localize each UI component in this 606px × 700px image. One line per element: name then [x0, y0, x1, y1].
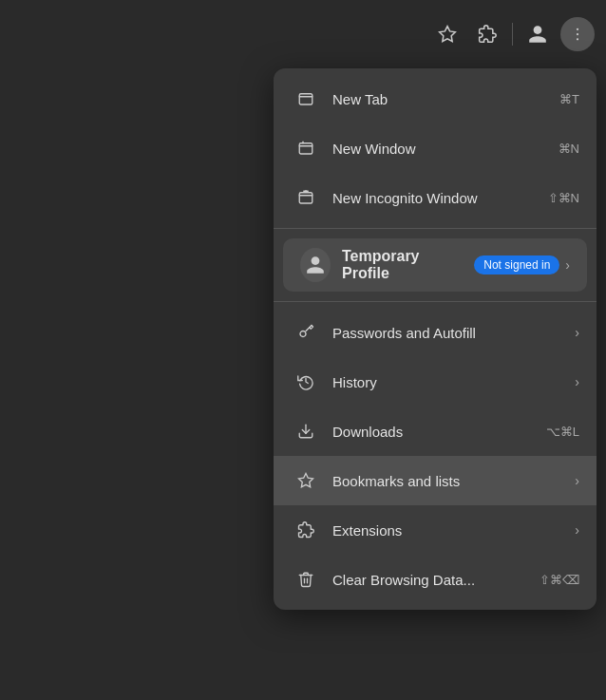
profile-avatar-icon	[300, 250, 331, 280]
window-icon	[291, 133, 321, 163]
new-incognito-shortcut: ⇧⌘N	[548, 191, 579, 205]
passwords-label: Passwords and Autofill	[332, 325, 569, 341]
new-tab-item[interactable]: New Tab ⌘T	[274, 74, 597, 123]
passwords-item[interactable]: Passwords and Autofill ›	[274, 308, 597, 357]
history-label: History	[332, 374, 569, 390]
new-tab-shortcut: ⌘T	[559, 92, 579, 106]
extensions-chevron-icon: ›	[575, 522, 579, 538]
svg-point-2	[577, 33, 578, 35]
bookmarks-item[interactable]: Bookmarks and lists ›	[274, 456, 597, 505]
svg-rect-4	[299, 94, 312, 104]
svg-marker-10	[299, 474, 313, 487]
profile-button[interactable]	[521, 17, 555, 51]
new-window-item[interactable]: New Window ⌘N	[274, 123, 597, 173]
new-incognito-item[interactable]: New Incognito Window ⇧⌘N	[274, 173, 597, 222]
menu-section-profile: Temporary Profile Not signed in ›	[274, 228, 597, 301]
history-chevron-icon: ›	[575, 374, 579, 389]
profile-badge: Not signed in	[474, 255, 559, 274]
profile-chevron-icon: ›	[565, 257, 570, 273]
svg-rect-5	[299, 143, 312, 154]
profile-label: Temporary Profile	[342, 248, 464, 282]
trash-icon	[291, 564, 321, 595]
downloads-item[interactable]: Downloads ⌥⌘L	[274, 407, 597, 456]
dropdown-menu: New Tab ⌘T New Window ⌘N	[274, 68, 597, 610]
svg-point-8	[300, 331, 306, 337]
new-window-shortcut: ⌘N	[559, 142, 579, 156]
svg-point-1	[577, 28, 578, 30]
history-icon	[291, 367, 321, 397]
menu-section-windows: New Tab ⌘T New Window ⌘N	[274, 68, 597, 228]
menu-button[interactable]	[560, 17, 595, 51]
svg-rect-6	[299, 193, 312, 203]
toolbar-divider	[512, 23, 513, 46]
bookmarks-chevron-icon: ›	[575, 473, 579, 488]
new-tab-label: New Tab	[332, 91, 552, 107]
clear-data-item[interactable]: Clear Browsing Data... ⇧⌘⌫	[274, 555, 597, 604]
extensions-label: Extensions	[332, 522, 569, 539]
star-button[interactable]	[430, 17, 464, 51]
tab-icon	[291, 84, 321, 114]
new-incognito-label: New Incognito Window	[332, 190, 540, 206]
toolbar	[0, 0, 606, 68]
extensions-item[interactable]: Extensions ›	[274, 505, 597, 555]
svg-point-3	[577, 38, 578, 40]
history-item[interactable]: History ›	[274, 357, 597, 407]
profile-item[interactable]: Temporary Profile Not signed in ›	[283, 238, 587, 292]
puzzle-icon	[291, 515, 321, 545]
downloads-label: Downloads	[332, 424, 539, 440]
bookmarks-label: Bookmarks and lists	[332, 473, 569, 489]
menu-section-main: Passwords and Autofill › History ›	[274, 301, 597, 610]
passwords-chevron-icon: ›	[575, 325, 579, 340]
key-icon	[291, 317, 321, 348]
extensions-button[interactable]	[470, 17, 504, 51]
clear-data-shortcut: ⇧⌘⌫	[540, 573, 579, 587]
incognito-icon	[291, 182, 321, 213]
new-window-label: New Window	[332, 141, 551, 157]
download-icon	[291, 416, 321, 446]
svg-marker-0	[440, 27, 456, 42]
downloads-shortcut: ⌥⌘L	[546, 425, 579, 439]
bookmarks-star-icon	[291, 465, 321, 496]
clear-data-label: Clear Browsing Data...	[332, 572, 532, 588]
